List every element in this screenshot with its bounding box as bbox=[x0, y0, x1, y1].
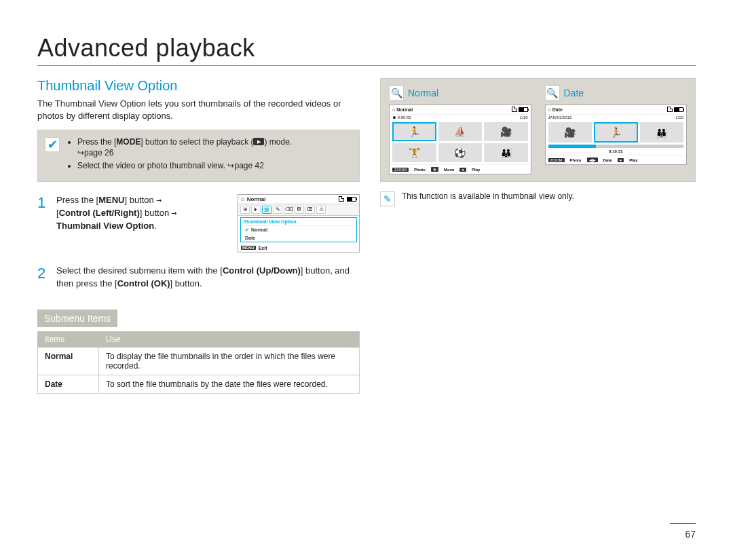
lcd-dropdown: Thumbnail View Option Normal Date bbox=[240, 217, 357, 242]
battery-icon bbox=[519, 107, 528, 112]
thumbnail: 👪 bbox=[640, 122, 684, 143]
note: ✎ This function is available in thumbnai… bbox=[380, 191, 696, 206]
thumbnail: 🏃 bbox=[392, 122, 436, 141]
lcd-toolbar: ⊕⏵▦✎⌫⛨⚿⚠ bbox=[238, 204, 359, 216]
sd-card-icon bbox=[339, 196, 344, 202]
check-icon: ✔ bbox=[45, 137, 60, 152]
thumbnail: 🎥 bbox=[548, 122, 593, 143]
zoom-chip: ZOOM bbox=[392, 168, 409, 172]
thumbnail: ⛵ bbox=[438, 122, 483, 141]
thumbnail: 👪 bbox=[484, 143, 528, 162]
step-number: 2 bbox=[37, 265, 47, 291]
step-1: 1 Press the [MENU] button → [Control (Le… bbox=[37, 194, 360, 253]
play-chip: ● bbox=[618, 158, 624, 162]
step-2: 2 Select the desired submenu item with t… bbox=[37, 265, 360, 291]
table-row: Date To sort the file thumbnails by the … bbox=[38, 375, 360, 393]
battery-icon bbox=[674, 107, 683, 112]
page-title: Advanced playback bbox=[37, 34, 696, 66]
zoom-chip: ZOOM bbox=[548, 158, 565, 162]
tip-select: Select the video or photo thumbnail view… bbox=[77, 161, 292, 172]
col-items: Items bbox=[38, 331, 99, 347]
submenu-heading: Submenu Items bbox=[37, 310, 117, 327]
table-row: Normal To display the file thumbnails in… bbox=[38, 347, 360, 375]
preview-date: 🔍 Date ⌂ Date JAN/01/2013 1/10 bbox=[545, 86, 688, 174]
preview-normal: 🔍 Normal ⌂ Normal ⏺ 0:00:55 1/10 bbox=[389, 86, 531, 174]
tip-box: ✔ Press the [MODE] button to select the … bbox=[37, 130, 360, 182]
play-chip: ● bbox=[459, 168, 466, 172]
tip-mode: Press the [MODE] button to select the pl… bbox=[77, 137, 292, 158]
timeline-bar bbox=[548, 145, 684, 148]
step-text: Select the desired submenu item with the… bbox=[56, 265, 360, 291]
lcd-menu-screenshot: ⌂ Normal ⊕⏵▦✎⌫⛨⚿⚠ Thumbnail View Option … bbox=[238, 194, 360, 253]
section-intro: The Thumbnail View Option lets you sort … bbox=[37, 98, 360, 122]
col-use: Use bbox=[99, 331, 360, 347]
move-chip: ✥ bbox=[431, 167, 438, 172]
home-icon: ⌂ bbox=[241, 196, 244, 202]
timeline-time: 0:10:31 bbox=[546, 149, 687, 155]
preview-title-normal: Normal bbox=[408, 88, 438, 98]
sd-card-icon bbox=[512, 107, 517, 112]
submenu-table: Items Use Normal To display the file thu… bbox=[37, 331, 360, 394]
thumbnail: ⚽ bbox=[438, 143, 483, 162]
section-title: Thumbnail View Option bbox=[37, 78, 360, 94]
menu-chip: MENU bbox=[241, 246, 256, 250]
lcd-mode-label: Normal bbox=[247, 196, 266, 202]
preview-title-date: Date bbox=[564, 88, 584, 98]
note-text: This function is available in thumbnail … bbox=[402, 191, 574, 201]
magnifier-icon: 🔍 bbox=[389, 86, 404, 100]
right-column: 🔍 Normal ⌂ Normal ⏺ 0:00:55 1/10 bbox=[380, 78, 696, 394]
playback-icon bbox=[253, 138, 264, 145]
thumbnail: 🎥 bbox=[484, 122, 528, 141]
step-text: Press the [MENU] button → [Control (Left… bbox=[56, 194, 228, 253]
thumbnail: 🏋 bbox=[392, 143, 436, 162]
note-icon: ✎ bbox=[380, 191, 395, 206]
battery-icon bbox=[347, 197, 356, 202]
left-column: Thumbnail View Option The Thumbnail View… bbox=[37, 78, 360, 394]
lcd-date-screenshot: ⌂ Date JAN/01/2013 1/10 🎥 🏃 👪 bbox=[545, 105, 688, 165]
page-number: 67 bbox=[685, 526, 696, 540]
lcd-normal-screenshot: ⌂ Normal ⏺ 0:00:55 1/10 🏃 ⛵ 🎥 🏋 bbox=[389, 105, 531, 174]
thumbnail: 🏃 bbox=[594, 122, 638, 143]
date-chip: ◀▶ bbox=[587, 157, 598, 162]
preview-panel: 🔍 Normal ⌂ Normal ⏺ 0:00:55 1/10 bbox=[380, 78, 696, 182]
sd-card-icon bbox=[667, 107, 673, 112]
step-number: 1 bbox=[37, 194, 47, 253]
magnifier-icon: 🔍 bbox=[545, 86, 560, 100]
